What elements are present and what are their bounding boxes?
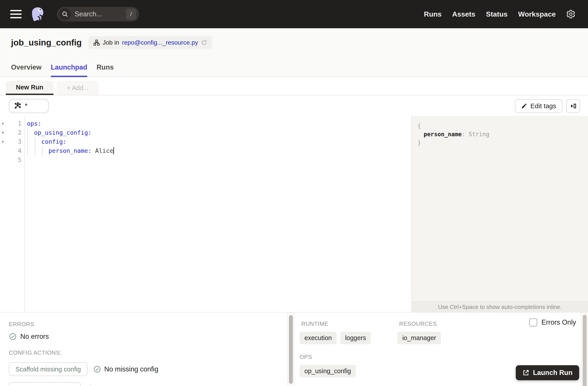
ops-label: OPS — [299, 354, 581, 360]
reload-repo-icon[interactable] — [201, 40, 207, 46]
op-selector-input[interactable]: * — [9, 99, 49, 113]
code-line: person_name: Alice — [27, 146, 411, 155]
right-panel-scrollbar[interactable] — [581, 312, 588, 386]
schema-field-name[interactable]: person_name — [424, 131, 462, 138]
line-number: 2 — [7, 129, 25, 136]
launchpad-config-tabs: New Run + Add... — [0, 78, 588, 95]
launch-run-label: Launch Run — [533, 369, 572, 377]
fold-arrow-icon[interactable]: ▾ — [0, 139, 7, 144]
op-selector-value: * — [25, 102, 27, 110]
tab-overview[interactable]: Overview — [11, 63, 42, 77]
line-number: 5 — [7, 156, 25, 163]
config-actions-label: CONFIG ACTIONS: — [9, 349, 287, 356]
line-number: 4 — [7, 147, 25, 154]
resources-section: RESOURCES io_manager — [397, 320, 441, 344]
code-line: config: — [27, 137, 411, 146]
launch-icon — [522, 369, 529, 376]
schema-field-type: : String — [462, 131, 489, 138]
errors-only-toggle[interactable]: Errors Only — [529, 318, 576, 326]
errors-section: ERRORS No errors CONFIG ACTIONS: Scaffol… — [0, 312, 287, 386]
launchpad-toolbar: * Edit tags — [0, 96, 588, 116]
scrollbar-thumb[interactable] — [583, 315, 587, 386]
remove-extra-config-button[interactable]: Remove extra config — [9, 382, 81, 386]
hamburger-menu-icon[interactable] — [10, 10, 22, 18]
runtime-section: RUNTIME execution loggers — [299, 320, 371, 344]
bottom-panel: ERRORS No errors CONFIG ACTIONS: Scaffol… — [0, 312, 588, 386]
expand-panel-icon — [570, 103, 577, 109]
launch-run-button[interactable]: Launch Run — [516, 365, 579, 380]
edit-tags-button[interactable]: Edit tags — [515, 99, 562, 113]
left-panel-scrollbar[interactable] — [287, 312, 294, 386]
top-nav: / Runs Assets Status Workspace — [0, 0, 588, 28]
runtime-tag[interactable]: execution — [299, 332, 337, 344]
op-selector-graph-icon — [14, 102, 22, 110]
nav-link-workspace[interactable]: Workspace — [518, 10, 556, 18]
nav-link-assets[interactable]: Assets — [452, 10, 475, 18]
autocomplete-hint: Use Ctrl+Space to show auto-completions … — [412, 302, 588, 312]
settings-gear-icon[interactable] — [566, 9, 576, 19]
job-origin-badge: Job in repo@config..._resource.py — [88, 36, 212, 49]
check-circle-icon — [93, 365, 101, 373]
yaml-code[interactable]: ops: op_using_config: config: person_nam… — [27, 119, 411, 164]
add-config-tab-button[interactable]: + Add... — [57, 81, 99, 95]
errors-only-checkbox[interactable] — [529, 318, 537, 326]
code-line: op_using_config: — [27, 128, 411, 137]
job-graph-icon — [93, 39, 100, 46]
nav-link-status[interactable]: Status — [486, 10, 508, 18]
ops-tag[interactable]: op_using_config — [299, 365, 356, 377]
resources-label: RESOURCES — [399, 320, 441, 327]
runtime-label: RUNTIME — [301, 320, 371, 327]
search-shortcut-key: / — [126, 9, 136, 20]
config-schema-panel: { person_name: String } Use Ctrl+Space t… — [411, 116, 588, 312]
nav-links: Runs Assets Status Workspace — [424, 10, 556, 18]
line-number: 3 — [7, 138, 25, 145]
no-extra-config-status: No extra config to remove — [86, 385, 176, 386]
line-number: 1 — [7, 120, 25, 127]
tab-runs[interactable]: Runs — [97, 63, 114, 77]
scaffold-missing-config-button[interactable]: Scaffold missing config — [9, 362, 87, 376]
check-circle-icon — [86, 385, 95, 386]
runtime-tag[interactable]: loggers — [340, 332, 371, 344]
repo-link[interactable]: repo@config..._resource.py — [122, 39, 198, 46]
launchpad-page: / Runs Assets Status Workspace job_using… — [0, 0, 588, 386]
errors-label: ERRORS — [9, 321, 287, 328]
no-missing-config-status: No missing config — [93, 365, 158, 373]
tab-launchpad[interactable]: Launchpad — [51, 63, 87, 77]
resources-tag[interactable]: io_manager — [397, 332, 441, 344]
job-tabs: Overview Launchpad Runs — [11, 63, 114, 77]
edit-tags-label: Edit tags — [530, 102, 556, 110]
job-badge-prefix: Job in — [103, 39, 119, 46]
config-editor[interactable]: ▾ 1 ▾ 2 ▾ 3 4 5 ops: — [0, 116, 411, 312]
config-tab-new-run[interactable]: New Run — [6, 81, 53, 95]
scrollbar-thumb[interactable] — [289, 315, 293, 384]
search-box[interactable]: / — [57, 7, 139, 21]
text-cursor — [113, 147, 114, 154]
code-line: ops: — [27, 119, 411, 128]
fold-arrow-icon[interactable]: ▾ — [0, 130, 7, 135]
search-input[interactable] — [75, 10, 126, 18]
no-errors-status: No errors — [9, 333, 287, 341]
toggle-right-panel-button[interactable] — [566, 99, 580, 113]
check-circle-icon — [9, 333, 17, 341]
schema-brace-open: { — [418, 122, 588, 130]
errors-only-label: Errors Only — [541, 318, 576, 326]
search-icon — [59, 8, 71, 20]
dagster-logo[interactable] — [29, 5, 46, 23]
nav-link-runs[interactable]: Runs — [424, 10, 441, 18]
code-line — [27, 155, 411, 164]
page-header: job_using_config Job in repo@config..._r… — [0, 28, 588, 77]
pencil-icon — [521, 103, 527, 109]
page-title: job_using_config — [11, 38, 82, 47]
fold-arrow-icon[interactable]: ▾ — [0, 121, 7, 126]
schema-brace-close: } — [418, 139, 588, 147]
schema-type-signature: { person_name: String } — [412, 116, 588, 147]
